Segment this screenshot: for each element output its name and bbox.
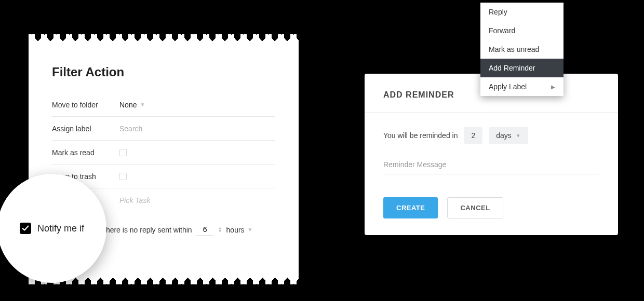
chevron-right-icon: ▶ [551,84,555,90]
create-button[interactable]: CREATE [383,197,438,218]
row-mark-as-read: Mark as read [52,141,275,165]
reminder-message-input[interactable] [383,157,599,174]
row-assign-label: Assign label Search [52,117,275,141]
remind-unit-dropdown[interactable]: days ▼ [489,127,528,144]
menu-item-reply[interactable]: Reply [480,3,564,21]
label-mark-as-read: Mark as read [52,148,119,157]
row-move-to-folder: Move to folder None ▼ [52,93,275,117]
reminder-body: You will be reminded in 2 days ▼ CREATE … [365,113,618,235]
add-reminder-panel: ADD REMINDER You will be reminded in 2 d… [365,74,618,235]
notify-unit-value: hours [226,226,245,234]
menu-item-label: Add Reminder [489,64,535,72]
dropdown-move-to-folder[interactable]: None ▼ [119,101,275,109]
check-icon [22,225,29,232]
chevron-down-icon: ▼ [218,230,222,233]
remind-value-input[interactable]: 2 [464,127,482,144]
chevron-down-icon: ▼ [516,133,521,139]
chevron-down-icon: ▼ [140,102,145,107]
dropdown-pick-task[interactable]: Pick Task [119,196,275,204]
row-move-to-trash: Move to trash [52,165,275,188]
menu-item-mark-unread[interactable]: Mark as unread [480,40,564,59]
context-menu: Reply Forward Mark as unread Add Reminde… [480,3,564,96]
notify-number-input[interactable] [196,224,214,236]
menu-item-apply-label[interactable]: Apply Label ▶ [480,77,564,96]
dropdown-value: None [119,101,137,109]
remind-line: You will be reminded in 2 days ▼ [383,127,599,144]
filter-action-title: Filter Action [52,65,275,79]
remind-unit: days [496,131,512,140]
label-move-to-folder: Move to folder [52,101,119,109]
input-assign-label[interactable]: Search [119,125,275,133]
remind-value: 2 [471,131,475,140]
menu-item-label: Reply [489,8,507,16]
remind-lead-text: You will be reminded in [383,131,458,140]
placeholder-text: Search [119,125,142,133]
notify-sentence: there is no reply sent within [104,226,192,234]
placeholder-text: Pick Task [119,196,150,204]
chevron-down-icon: ▼ [248,227,253,232]
checkbox-move-to-trash[interactable] [119,173,127,180]
notify-unit-dropdown[interactable]: hours ▼ [226,226,253,234]
label-assign-label: Assign label [52,125,119,133]
reminder-actions: CREATE CANCEL [383,197,599,218]
number-stepper[interactable]: ▲ ▼ [218,227,222,233]
menu-item-add-reminder[interactable]: Add Reminder [480,59,564,77]
menu-item-forward[interactable]: Forward [480,21,564,40]
notify-highlight: Notify me if [0,174,106,283]
menu-item-label: Forward [489,26,515,35]
notify-checkbox[interactable] [20,223,31,234]
checkbox-mark-as-read[interactable] [119,149,127,156]
menu-item-label: Mark as unread [489,45,539,53]
cancel-button[interactable]: CANCEL [447,197,503,218]
menu-item-label: Apply Label [489,83,527,91]
notify-checkbox-label: Notify me if [37,223,84,234]
